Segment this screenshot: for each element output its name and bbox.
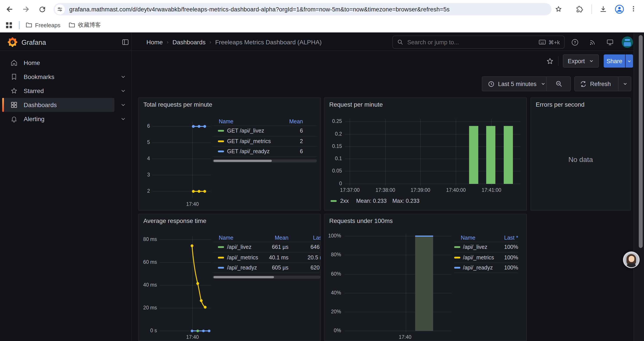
refresh-interval-button[interactable]: [618, 77, 631, 91]
export-button[interactable]: Export: [563, 55, 599, 68]
series-name[interactable]: /api/_readyz: [463, 265, 496, 271]
apps-grid-button[interactable]: [5, 22, 13, 29]
chevron-down-icon[interactable]: [120, 102, 126, 108]
site-settings-icon: [57, 6, 63, 12]
toolbar-divider: [592, 5, 592, 14]
legend-scrollbar: [212, 159, 317, 162]
time-range-label[interactable]: Last 5 minutes: [498, 81, 536, 87]
legend-row[interactable]: /api/_livez 661 µs 646 µs: [212, 242, 321, 252]
site-info-button[interactable]: [55, 4, 65, 14]
series-swatch-green[interactable]: [454, 246, 460, 248]
chevron-down-icon[interactable]: [120, 116, 126, 122]
bar-chart[interactable]: [324, 98, 527, 211]
series-name[interactable]: 2xx: [340, 198, 349, 204]
kiosk-mode-button[interactable]: [606, 39, 614, 46]
news-button[interactable]: [589, 39, 596, 46]
series-swatch-green[interactable]: [218, 246, 224, 248]
series-last: 100%: [496, 265, 518, 271]
legend-scrollbar-thumb[interactable]: [214, 160, 272, 162]
sidebar-item-starred[interactable]: Starred: [2, 84, 114, 98]
series-swatch-green[interactable]: [218, 130, 224, 132]
legend-row[interactable]: /api/_readyz 100%: [454, 262, 518, 273]
series-last: 100%: [496, 244, 518, 250]
panel-total-requests: Total requests per minute 6 5 4 3 2 17:4…: [138, 97, 321, 211]
star-dashboard-button[interactable]: [546, 58, 554, 65]
sidebar-toggle-button[interactable]: [122, 39, 129, 46]
series-name[interactable]: GET /api/_livez: [227, 128, 277, 134]
series-name[interactable]: /api/_metrics: [463, 254, 496, 261]
chevron-down-icon[interactable]: [120, 74, 126, 80]
legend-scrollbar-thumb[interactable]: [214, 276, 274, 278]
page-scrollbar-thumb[interactable]: [639, 35, 643, 248]
assistant-floating-avatar[interactable]: [623, 251, 640, 268]
chevron-down-icon[interactable]: [120, 88, 126, 94]
sidebar-item-home[interactable]: Home: [2, 56, 114, 70]
legend-row[interactable]: /api/_metrics 40.1 ms 20.5 ms: [212, 252, 321, 262]
extensions-button[interactable]: [576, 5, 584, 13]
legend-row[interactable]: GET /api/_livez 6: [212, 126, 317, 136]
breadcrumb-home[interactable]: Home: [146, 39, 163, 46]
legend-row[interactable]: /api/_metrics 100%: [454, 252, 518, 262]
series-swatch-yellow[interactable]: [454, 257, 460, 258]
legend-header-last[interactable]: Last *: [496, 235, 518, 241]
series-name[interactable]: /api/_livez: [227, 244, 259, 250]
legend-header-name[interactable]: Name: [454, 235, 496, 241]
series-swatch-green[interactable]: [330, 200, 337, 202]
legend-table: Name Mean Last * /api/_livez 661 µs 646 …: [212, 234, 321, 273]
legend-row[interactable]: /api/_readyz 605 µs 620 µs: [212, 262, 321, 273]
series-swatch-blue[interactable]: [218, 267, 224, 269]
series-swatch-blue[interactable]: [454, 267, 460, 269]
browser-reload-button[interactable]: [36, 3, 48, 15]
folder-icon: [26, 22, 32, 29]
legend-header-name[interactable]: Name: [212, 119, 277, 125]
sidebar-item-dashboards[interactable]: Dashboards: [2, 98, 114, 112]
zoom-out-time-button[interactable]: [547, 77, 571, 91]
legend-inline[interactable]: 2xx Mean: 0.233 Max: 0.233: [330, 198, 420, 204]
downloads-button[interactable]: [599, 5, 607, 13]
series-name[interactable]: /api/_metrics: [227, 254, 259, 261]
browser-forward-button[interactable]: [20, 3, 32, 15]
user-avatar[interactable]: [622, 37, 633, 48]
search-input[interactable]: [406, 38, 539, 46]
help-button[interactable]: ?: [571, 39, 579, 46]
area-chart[interactable]: [324, 214, 527, 341]
legend-header-mean[interactable]: Mean: [259, 235, 288, 241]
series-swatch-yellow[interactable]: [218, 257, 224, 258]
grafana-logo[interactable]: [8, 37, 18, 49]
bookmark-star-button[interactable]: [554, 5, 562, 13]
breadcrumb-dashboards[interactable]: Dashboards: [172, 39, 206, 46]
share-button[interactable]: Share: [604, 55, 625, 68]
series-name[interactable]: GET /api/_metrics: [227, 138, 277, 144]
legend-row[interactable]: /api/_livez 100%: [454, 242, 518, 252]
profile-button[interactable]: [615, 5, 624, 14]
sidebar-item-label: Starred: [24, 87, 44, 94]
legend-row[interactable]: GET /api/_readyz 6: [212, 146, 317, 156]
sidebar-item-alerting[interactable]: Alerting: [2, 112, 114, 126]
series-mean: 6: [277, 148, 303, 154]
bookmark-folder-blogs[interactable]: 收藏博客: [66, 19, 104, 31]
search-bar[interactable]: ⌘+k: [392, 36, 565, 49]
sidebar-item-bookmarks[interactable]: Bookmarks: [2, 70, 114, 84]
legend-header-mean[interactable]: Mean: [277, 119, 303, 125]
series-name[interactable]: /api/_livez: [463, 244, 496, 250]
legend-header-name[interactable]: Name: [212, 235, 259, 241]
series-swatch-blue[interactable]: [218, 151, 224, 152]
legend-table: Name Mean GET /api/_livez 6 GET /api/_me…: [212, 118, 317, 156]
browser-menu-button[interactable]: [630, 5, 637, 12]
bookmark-folder-freeleaps[interactable]: Freeleaps: [23, 19, 63, 31]
legend-row[interactable]: GET /api/_metrics 2: [212, 136, 317, 146]
avatar-decoration: [624, 42, 631, 46]
panel-title[interactable]: Errors per second: [536, 101, 584, 108]
monitor-icon: [606, 39, 614, 46]
series-name[interactable]: GET /api/_readyz: [227, 148, 277, 154]
series-name[interactable]: /api/_readyz: [227, 265, 259, 271]
back-icon: [5, 5, 14, 14]
series-last: 646 µs: [288, 244, 321, 250]
legend-header-last[interactable]: Last *: [288, 235, 321, 241]
address-bar[interactable]: grafana.mathmast.com/d/deytv4rwavabkb/fr…: [54, 3, 552, 15]
puzzle-icon: [576, 5, 584, 13]
series-swatch-yellow[interactable]: [218, 140, 224, 142]
share-menu-button[interactable]: [626, 55, 633, 68]
browser-back-button[interactable]: [4, 3, 16, 15]
refresh-button[interactable]: Refresh: [575, 81, 618, 87]
